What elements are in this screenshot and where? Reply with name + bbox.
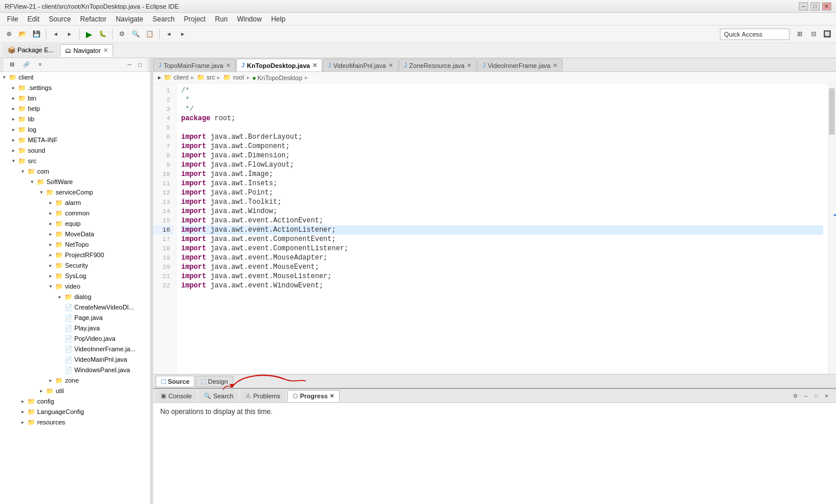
tree-item-src[interactable]: ▾ 📁 src	[0, 156, 150, 166]
tree-item-nettopo[interactable]: ▸ 📁 NetTopo	[0, 239, 150, 250]
bc-item-file[interactable]: ● KnTopoDesktop	[253, 74, 302, 81]
sidebar-maximize[interactable]: □	[135, 60, 145, 69]
tree-item-play[interactable]: ▸ 📄 Play.java	[0, 323, 150, 333]
tree-item-videomainpnl[interactable]: ▸ 📄 VideoMainPnl.java	[0, 354, 150, 365]
tree-item-settings[interactable]: ▸ 📁 .settings	[0, 82, 150, 93]
bc-item-root[interactable]: 📁 root	[223, 74, 244, 81]
editor-tab-videomainpnl[interactable]: J VideoMainPnl.java ✕	[323, 59, 398, 71]
tree-item-security[interactable]: ▸ 📁 Security	[0, 260, 150, 271]
tree-item-equip[interactable]: ▸ 📁 equip	[0, 218, 150, 229]
tb-perspective3[interactable]: 🔲	[821, 28, 834, 41]
tree-item-bin[interactable]: ▸ 📁 bin	[0, 93, 150, 103]
menu-source[interactable]: Source	[44, 14, 75, 24]
tree-item-syslog[interactable]: ▸ 📁 SysLog	[0, 271, 150, 281]
bp-tab-progress[interactable]: ◌ Progress ✕	[287, 390, 340, 402]
back-button[interactable]: ◂	[49, 28, 62, 41]
quick-access-input[interactable]: Quick Access	[720, 28, 790, 40]
tb-perspective1[interactable]: ⊞	[793, 28, 806, 41]
editor-tab-topomainframe[interactable]: J TopoMainFrame.java ✕	[153, 59, 236, 71]
code-content[interactable]: /* * */ package root; import java.awt.Bo…	[176, 84, 828, 374]
close-button[interactable]: ✕	[822, 2, 831, 10]
tree-item-movedata[interactable]: ▸ 📁 MoveData	[0, 229, 150, 239]
maximize-button[interactable]: □	[810, 2, 820, 10]
tree-item-projectrf900[interactable]: ▸ 📁 ProjectRF900	[0, 250, 150, 260]
tb-btn1[interactable]: ⚙	[116, 28, 128, 41]
save-button[interactable]: 💾	[30, 28, 43, 41]
sidebar-minimize[interactable]: ─	[125, 60, 134, 69]
bp-settings-btn[interactable]: ⚙	[791, 391, 800, 401]
run-button[interactable]: ▶	[82, 28, 95, 41]
menu-navigate[interactable]: Navigate	[111, 14, 147, 24]
menu-window[interactable]: Window	[232, 14, 266, 24]
bc-item-client[interactable]: 📁 client	[164, 74, 189, 81]
tree-item-metainf[interactable]: ▸ 📁 META-INF	[0, 135, 150, 145]
forward-button[interactable]: ▸	[63, 28, 76, 41]
menu-edit[interactable]: Edit	[23, 14, 44, 24]
progress-close[interactable]: ✕	[330, 393, 334, 399]
tb-perspective2[interactable]: ⊟	[807, 28, 820, 41]
bp-minimize-btn[interactable]: ─	[801, 391, 810, 401]
tree-item-common[interactable]: ▸ 📁 common	[0, 208, 150, 218]
tree-item-createnewvideo[interactable]: ▸ 📄 CreateNewVideoDl...	[0, 302, 150, 312]
bc-item-src[interactable]: 📁 src	[197, 74, 215, 81]
tb-nav1[interactable]: ◂	[163, 28, 175, 41]
navigator-tab-close[interactable]: ✕	[103, 47, 108, 53]
panel-tab-package[interactable]: 📦 Package E...	[2, 44, 59, 57]
panel-tab-navigator[interactable]: 🗂 Navigator ✕	[60, 44, 113, 57]
tree-item-videoinnerframe[interactable]: ▸ 📄 VideoInnerFrame.ja...	[0, 344, 150, 354]
tree-item-page[interactable]: ▸ 📄 Page.java	[0, 312, 150, 323]
tb-sep3	[112, 29, 113, 39]
editor-tab-kntopod[interactable]: J KnTopoDesktop.java ✕	[236, 59, 322, 71]
menu-search[interactable]: Search	[148, 14, 179, 24]
editor-tab-zoneresource[interactable]: J ZoneResource.java ✕	[399, 59, 477, 71]
tree-item-help[interactable]: ▸ 📁 help	[0, 103, 150, 114]
design-tab[interactable]: ⬚ Design	[196, 376, 233, 387]
scroll-thumb[interactable]	[829, 88, 835, 135]
collapse-all-button[interactable]: ⊟	[6, 58, 19, 71]
sidebar-settings[interactable]: ≡	[34, 58, 46, 71]
tree-item-lib[interactable]: ▸ 📁 lib	[0, 114, 150, 124]
menu-help[interactable]: Help	[266, 14, 290, 24]
tree-item-popvideo[interactable]: ▸ 📄 PopVideo.java	[0, 333, 150, 344]
videoinnerframe-close[interactable]: ✕	[553, 62, 557, 69]
menu-refactor[interactable]: Refactor	[75, 14, 111, 24]
videomainpnl-close[interactable]: ✕	[388, 62, 393, 69]
topomainframe-close[interactable]: ✕	[226, 62, 230, 69]
tb-btn2[interactable]: 🔍	[129, 28, 142, 41]
source-tab[interactable]: ⬚ Source	[156, 376, 194, 387]
tree-item-software[interactable]: ▾ 📁 SoftWare	[0, 177, 150, 187]
tree-item-resources[interactable]: ▸ 📁 resources	[0, 417, 150, 427]
editor-tab-videoinnerframe[interactable]: J VideoInnerFrame.java ✕	[477, 59, 563, 71]
bp-tab-console[interactable]: ▣ Console	[156, 390, 197, 402]
zoneresource-close[interactable]: ✕	[467, 62, 471, 69]
tb-btn3[interactable]: 📋	[143, 28, 156, 41]
tree-item-util[interactable]: ▸ 📁 util	[0, 386, 150, 396]
link-editor-button[interactable]: 🔗	[20, 58, 33, 71]
minimize-button[interactable]: ─	[799, 2, 808, 10]
tree-item-video[interactable]: ▾ 📁 video	[0, 281, 150, 291]
tree-item-sound[interactable]: ▸ 📁 sound	[0, 145, 150, 156]
tb-nav2[interactable]: ▸	[176, 28, 189, 41]
debug-button[interactable]: 🐛	[96, 28, 109, 41]
menu-file[interactable]: File	[2, 14, 23, 24]
menu-run[interactable]: Run	[210, 14, 232, 24]
bp-tab-problems[interactable]: ⚠ Problems	[240, 390, 285, 402]
tree-item-com[interactable]: ▾ 📁 com	[0, 166, 150, 177]
kntopod-close[interactable]: ✕	[312, 62, 317, 69]
tree-item-windowspanel[interactable]: ▸ 📄 WindowsPanel.java	[0, 365, 150, 375]
tree-item-config[interactable]: ▸ 📁 config	[0, 396, 150, 406]
tree-item-servicecomp[interactable]: ▾ 📁 serviceComp	[0, 187, 150, 197]
tree-item-dialog[interactable]: ▸ 📁 dialog	[0, 291, 150, 302]
open-button[interactable]: 📂	[16, 28, 29, 41]
new-button[interactable]: ⊕	[2, 28, 15, 41]
bp-tab-search[interactable]: 🔍 Search	[199, 390, 239, 402]
editor-scrollbar[interactable]	[828, 84, 836, 374]
bp-close-btn[interactable]: ✕	[822, 391, 831, 401]
menu-project[interactable]: Project	[179, 14, 210, 24]
tree-item-languageconfig[interactable]: ▸ 📁 LanguageConfig	[0, 406, 150, 417]
tree-item-alarm[interactable]: ▸ 📁 alarm	[0, 197, 150, 208]
tree-root-client[interactable]: ▾ 📁 client	[0, 72, 150, 82]
bp-maximize-btn[interactable]: □	[812, 391, 821, 401]
tree-item-log[interactable]: ▸ 📁 log	[0, 124, 150, 135]
tree-item-zone[interactable]: ▸ 📁 zone	[0, 375, 150, 386]
